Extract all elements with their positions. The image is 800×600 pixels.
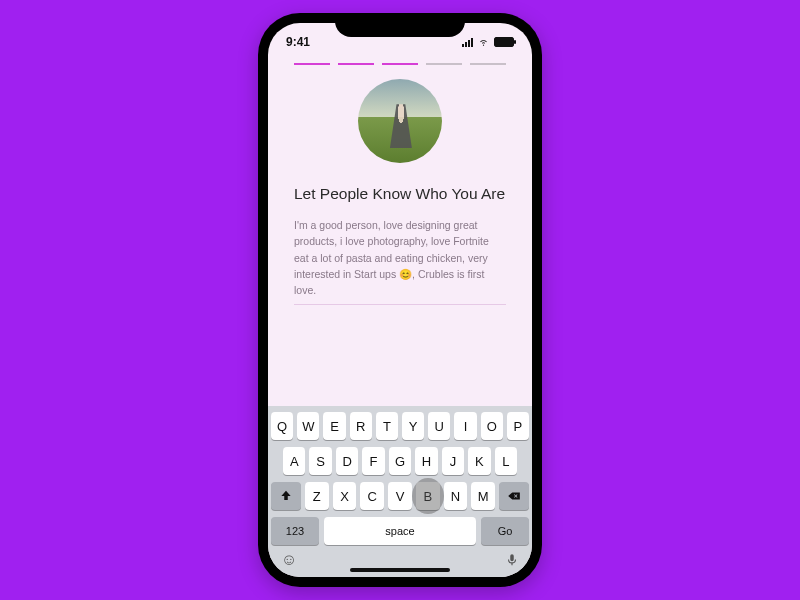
key-a[interactable]: A [283, 447, 305, 475]
key-p[interactable]: P [507, 412, 529, 440]
notch [335, 13, 465, 37]
key-t[interactable]: T [376, 412, 398, 440]
key-r[interactable]: R [350, 412, 372, 440]
space-key[interactable]: space [324, 517, 476, 545]
key-u[interactable]: U [428, 412, 450, 440]
shift-key[interactable] [271, 482, 301, 510]
battery-icon [494, 37, 514, 47]
signal-icon [462, 37, 473, 47]
key-i[interactable]: I [454, 412, 476, 440]
status-time: 9:41 [286, 35, 310, 49]
keyboard-row-2: ASDFGHJKL [271, 447, 529, 475]
progress-step [294, 63, 330, 65]
progress-step [426, 63, 462, 65]
progress-step [382, 63, 418, 65]
backspace-key[interactable] [499, 482, 529, 510]
key-y[interactable]: Y [402, 412, 424, 440]
key-c[interactable]: C [360, 482, 384, 510]
key-e[interactable]: E [323, 412, 345, 440]
keyboard-row-3: ZXCVBNM [271, 482, 529, 510]
key-k[interactable]: K [468, 447, 490, 475]
key-l[interactable]: L [495, 447, 517, 475]
avatar-container [294, 79, 506, 163]
key-n[interactable]: N [444, 482, 468, 510]
key-x[interactable]: X [333, 482, 357, 510]
progress-step [470, 63, 506, 65]
phone-frame: 9:41 Let People Know Who You Are I'm a g… [258, 13, 542, 587]
page-heading: Let People Know Who You Are [294, 185, 506, 203]
key-z[interactable]: Z [305, 482, 329, 510]
key-h[interactable]: H [415, 447, 437, 475]
key-d[interactable]: D [336, 447, 358, 475]
numbers-key[interactable]: 123 [271, 517, 319, 545]
key-f[interactable]: F [362, 447, 384, 475]
bio-input[interactable]: I'm a good person, love designing great … [294, 217, 506, 305]
go-key[interactable]: Go [481, 517, 529, 545]
keyboard-row-bottom: 123 space Go [271, 517, 529, 545]
key-s[interactable]: S [309, 447, 331, 475]
wifi-icon [477, 37, 490, 47]
key-w[interactable]: W [297, 412, 319, 440]
screen: 9:41 Let People Know Who You Are I'm a g… [268, 23, 532, 577]
keyboard-row-1: QWERTYUIOP [271, 412, 529, 440]
key-v[interactable]: V [388, 482, 412, 510]
content-area: Let People Know Who You Are I'm a good p… [268, 75, 532, 406]
status-indicators [462, 37, 514, 47]
key-b[interactable]: B [416, 482, 440, 510]
progress-indicator [268, 55, 532, 75]
progress-step [338, 63, 374, 65]
keyboard: QWERTYUIOP ASDFGHJKL ZXCVBNM 123 space G… [268, 406, 532, 577]
home-indicator[interactable] [350, 568, 450, 572]
key-m[interactable]: M [471, 482, 495, 510]
key-j[interactable]: J [442, 447, 464, 475]
mic-key-icon[interactable] [505, 551, 519, 573]
key-o[interactable]: O [481, 412, 503, 440]
emoji-key-icon[interactable]: ☺ [281, 551, 297, 573]
key-q[interactable]: Q [271, 412, 293, 440]
key-g[interactable]: G [389, 447, 411, 475]
profile-avatar[interactable] [358, 79, 442, 163]
